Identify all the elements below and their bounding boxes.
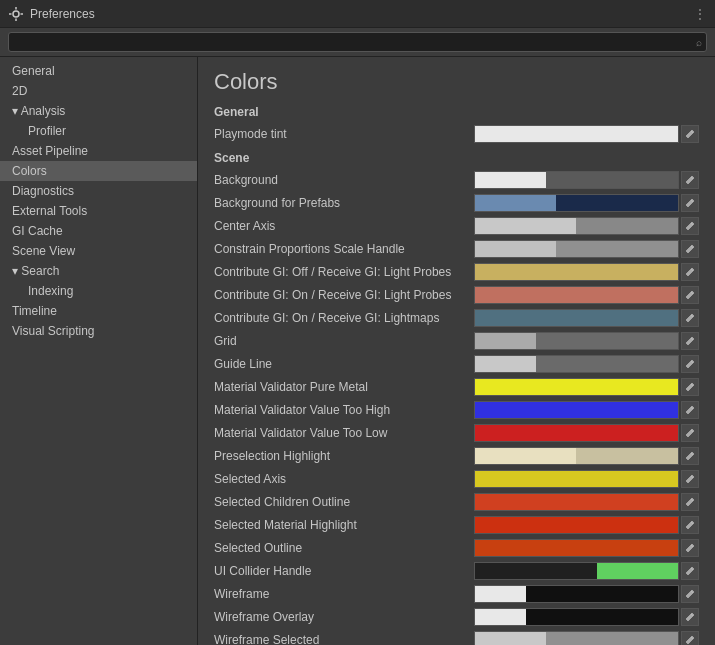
color-swatch[interactable] bbox=[474, 355, 679, 373]
page-title: Colors bbox=[214, 69, 699, 95]
color-swatch-wrap bbox=[474, 217, 699, 235]
color-edit-button[interactable] bbox=[681, 470, 699, 488]
color-row: Selected Children Outline bbox=[214, 491, 699, 513]
sidebar-item-diagnostics[interactable]: Diagnostics bbox=[0, 181, 197, 201]
color-swatch[interactable] bbox=[474, 424, 679, 442]
color-row: Center Axis bbox=[214, 215, 699, 237]
color-row: Grid bbox=[214, 330, 699, 352]
sidebar-item-gi-cache[interactable]: GI Cache bbox=[0, 221, 197, 241]
color-swatch[interactable] bbox=[474, 171, 679, 189]
color-swatch[interactable] bbox=[474, 493, 679, 511]
color-edit-button[interactable] bbox=[681, 125, 699, 143]
color-edit-button[interactable] bbox=[681, 401, 699, 419]
color-swatch-wrap bbox=[474, 378, 699, 396]
color-swatch-wrap bbox=[474, 608, 699, 626]
color-row: Material Validator Pure Metal bbox=[214, 376, 699, 398]
color-row: Contribute GI: On / Receive GI: Lightmap… bbox=[214, 307, 699, 329]
color-row: Guide Line bbox=[214, 353, 699, 375]
color-edit-button[interactable] bbox=[681, 240, 699, 258]
color-swatch[interactable] bbox=[474, 562, 679, 580]
color-edit-button[interactable] bbox=[681, 631, 699, 645]
color-swatch-wrap bbox=[474, 240, 699, 258]
color-row: Background bbox=[214, 169, 699, 191]
color-edit-button[interactable] bbox=[681, 217, 699, 235]
color-label: Wireframe Overlay bbox=[214, 610, 474, 624]
color-label: Constrain Proportions Scale Handle bbox=[214, 242, 474, 256]
color-row: Wireframe Overlay bbox=[214, 606, 699, 628]
color-swatch[interactable] bbox=[474, 585, 679, 603]
color-label: Contribute GI: On / Receive GI: Lightmap… bbox=[214, 311, 474, 325]
section-header-general: General bbox=[214, 105, 699, 119]
color-swatch[interactable] bbox=[474, 125, 679, 143]
color-label: Background for Prefabs bbox=[214, 196, 474, 210]
color-swatch-wrap bbox=[474, 539, 699, 557]
main-layout: General2D▾ AnalysisProfilerAsset Pipelin… bbox=[0, 57, 715, 645]
color-swatch-wrap bbox=[474, 470, 699, 488]
color-row: Playmode tint bbox=[214, 123, 699, 145]
menu-icon[interactable]: ⋮ bbox=[693, 6, 707, 22]
color-row: Material Validator Value Too Low bbox=[214, 422, 699, 444]
sidebar-item-2d[interactable]: 2D bbox=[0, 81, 197, 101]
color-edit-button[interactable] bbox=[681, 562, 699, 580]
color-row: Selected Material Highlight bbox=[214, 514, 699, 536]
color-edit-button[interactable] bbox=[681, 447, 699, 465]
color-row: Constrain Proportions Scale Handle bbox=[214, 238, 699, 260]
sidebar-item-general[interactable]: General bbox=[0, 61, 197, 81]
color-swatch-wrap bbox=[474, 194, 699, 212]
color-swatch[interactable] bbox=[474, 286, 679, 304]
color-edit-button[interactable] bbox=[681, 493, 699, 511]
sidebar-item-asset-pipeline[interactable]: Asset Pipeline bbox=[0, 141, 197, 161]
sidebar-item-external-tools[interactable]: External Tools bbox=[0, 201, 197, 221]
color-edit-button[interactable] bbox=[681, 309, 699, 327]
preferences-icon bbox=[8, 6, 24, 22]
sidebar-item-colors[interactable]: Colors bbox=[0, 161, 197, 181]
color-label: Guide Line bbox=[214, 357, 474, 371]
color-edit-button[interactable] bbox=[681, 355, 699, 373]
color-swatch[interactable] bbox=[474, 447, 679, 465]
color-swatch[interactable] bbox=[474, 217, 679, 235]
color-edit-button[interactable] bbox=[681, 194, 699, 212]
color-swatch[interactable] bbox=[474, 240, 679, 258]
color-edit-button[interactable] bbox=[681, 608, 699, 626]
color-swatch[interactable] bbox=[474, 631, 679, 645]
color-label: Contribute GI: On / Receive GI: Light Pr… bbox=[214, 288, 474, 302]
color-label: Wireframe bbox=[214, 587, 474, 601]
sidebar-item-visual-scripting[interactable]: Visual Scripting bbox=[0, 321, 197, 341]
sidebar-item---search[interactable]: ▾ Search bbox=[0, 261, 197, 281]
color-label: Material Validator Pure Metal bbox=[214, 380, 474, 394]
color-swatch[interactable] bbox=[474, 332, 679, 350]
color-swatch[interactable] bbox=[474, 516, 679, 534]
color-label: Grid bbox=[214, 334, 474, 348]
color-swatch-wrap bbox=[474, 171, 699, 189]
color-swatch-wrap bbox=[474, 355, 699, 373]
color-swatch-wrap bbox=[474, 447, 699, 465]
color-edit-button[interactable] bbox=[681, 424, 699, 442]
color-row: Wireframe Selected bbox=[214, 629, 699, 645]
sidebar-item-timeline[interactable]: Timeline bbox=[0, 301, 197, 321]
search-input[interactable] bbox=[8, 32, 707, 52]
color-edit-button[interactable] bbox=[681, 539, 699, 557]
color-label: Background bbox=[214, 173, 474, 187]
color-swatch[interactable] bbox=[474, 401, 679, 419]
color-edit-button[interactable] bbox=[681, 286, 699, 304]
color-edit-button[interactable] bbox=[681, 332, 699, 350]
color-edit-button[interactable] bbox=[681, 585, 699, 603]
color-swatch[interactable] bbox=[474, 608, 679, 626]
color-edit-button[interactable] bbox=[681, 516, 699, 534]
sidebar-item-indexing[interactable]: Indexing bbox=[0, 281, 197, 301]
color-swatch[interactable] bbox=[474, 309, 679, 327]
color-edit-button[interactable] bbox=[681, 171, 699, 189]
color-swatch[interactable] bbox=[474, 378, 679, 396]
color-swatch-wrap bbox=[474, 401, 699, 419]
color-swatch-wrap bbox=[474, 424, 699, 442]
sidebar-item---analysis[interactable]: ▾ Analysis bbox=[0, 101, 197, 121]
color-swatch[interactable] bbox=[474, 539, 679, 557]
sidebar-item-scene-view[interactable]: Scene View bbox=[0, 241, 197, 261]
color-edit-button[interactable] bbox=[681, 263, 699, 281]
color-row: Selected Outline bbox=[214, 537, 699, 559]
color-swatch[interactable] bbox=[474, 194, 679, 212]
color-swatch[interactable] bbox=[474, 263, 679, 281]
sidebar-item-profiler[interactable]: Profiler bbox=[0, 121, 197, 141]
color-swatch[interactable] bbox=[474, 470, 679, 488]
color-edit-button[interactable] bbox=[681, 378, 699, 396]
